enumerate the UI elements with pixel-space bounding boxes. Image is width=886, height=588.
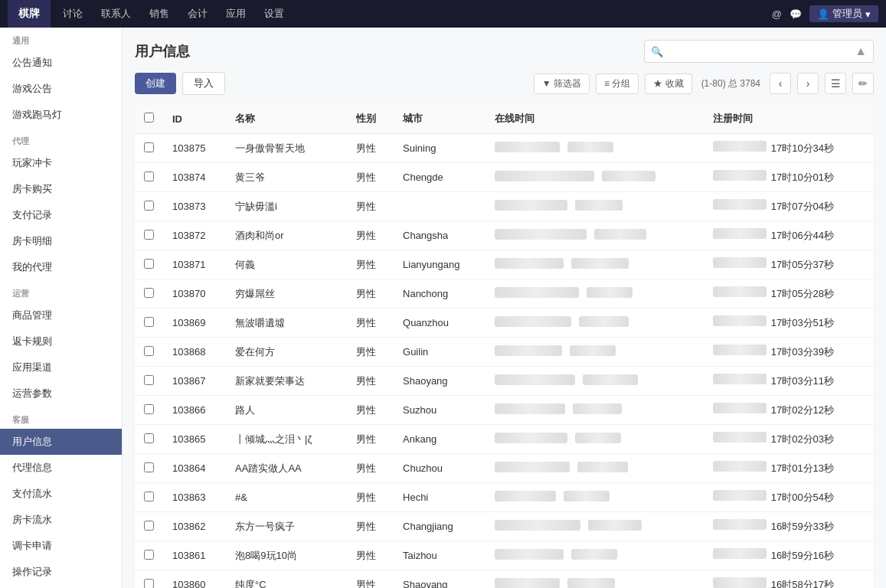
cell-id: 103862 [163,512,226,541]
col-city[interactable]: 城市 [394,104,486,134]
favorite-button[interactable]: ★ 收藏 [645,74,691,94]
row-checkbox[interactable] [144,550,154,560]
table-row[interactable]: 103873 宁缺毋滥i 男性 17时07分04秒 [135,192,874,221]
cell-name: 黄三爷 [226,163,347,192]
row-checkbox[interactable] [144,230,154,240]
cell-id: 103866 [163,396,226,425]
cell-city: Nanchong [394,279,486,309]
list-view-button[interactable]: ☰ [825,73,846,94]
sidebar-item-pay-flow[interactable]: 支付流水 [0,481,122,507]
toolbar-right: ▼ 筛选器 ≡ 分组 ★ 收藏 (1-80) 总 3784 ‹ › ☰ ✏ [534,73,874,94]
cell-gender: 男性 [347,570,394,589]
cell-online-time [486,396,704,425]
sidebar-item-notice[interactable]: 公告通知 [0,50,122,76]
table-row[interactable]: 103868 爱在何方 男性 Guilin 17时03分39秒 [135,338,874,367]
sidebar-item-agent-info[interactable]: 代理信息 [0,455,122,481]
table-row[interactable]: 103867 新家就要荣事达 男性 Shaoyang 17时03分11秒 [135,367,874,396]
col-id[interactable]: ID [163,104,226,134]
search-expand-icon[interactable]: ▲ [855,44,867,58]
row-checkbox[interactable] [144,259,154,269]
table-row[interactable]: 103861 泡8喝9玩10尚 男性 Taizhou 16时59分16秒 [135,541,874,570]
sidebar-item-adjust-card[interactable]: 调卡申请 [0,533,122,559]
cell-online-time [486,134,704,163]
nav-discuss[interactable]: 讨论 [54,0,92,28]
sidebar-item-payment-records[interactable]: 支付记录 [0,202,122,228]
sidebar-item-player-recharge[interactable]: 玩家冲卡 [0,150,122,176]
cell-id: 103861 [163,541,226,570]
data-table: ID 名称 性别 城市 在线时间 注册时间 103875 一身傲骨誓天地 男性 … [135,104,874,588]
table-row[interactable]: 103870 穷爆屌丝 男性 Nanchong 17时05分28秒 [135,279,874,309]
cell-city: Chengde [394,163,486,192]
pagination-info: (1-80) 总 3784 [698,77,763,90]
col-register-time[interactable]: 注册时间 [704,104,874,134]
row-checkbox[interactable] [144,317,154,327]
next-page-button[interactable]: › [797,73,819,94]
row-checkbox[interactable] [144,288,154,298]
cell-online-time [486,483,704,512]
table-row[interactable]: 103862 东方一号疯子 男性 Changjiang 16时59分33秒 [135,512,874,541]
search-input[interactable] [666,46,855,57]
nav-contacts[interactable]: 联系人 [92,0,140,28]
row-checkbox[interactable] [144,462,154,472]
sidebar-item-room-card-buy[interactable]: 房卡购买 [0,176,122,202]
main-layout: 通用 公告通知 游戏公告 游戏跑马灯 代理 玩家冲卡 房卡购买 支付记录 房卡明… [0,28,886,588]
row-checkbox[interactable] [144,579,154,589]
cell-name: 何義 [226,250,347,279]
col-name[interactable]: 名称 [226,104,347,134]
cell-register-time: 17时05分28秒 [704,279,874,309]
row-checkbox[interactable] [144,433,154,443]
prev-page-button[interactable]: ‹ [770,73,791,94]
nav-accounting[interactable]: 会计 [178,0,217,28]
cell-name: 东方一号疯子 [226,512,347,541]
col-online-time[interactable]: 在线时间 [486,104,704,134]
row-checkbox[interactable] [144,142,154,152]
at-icon[interactable]: @ [772,8,782,20]
col-gender[interactable]: 性别 [347,104,394,134]
cell-register-time: 17时06分44秒 [704,221,874,250]
cell-city: Guilin [394,338,486,367]
table-row[interactable]: 103864 AA踏实做人AA 男性 Chuzhou 17时01分13秒 [135,454,874,483]
row-checkbox-cell [135,454,163,483]
table-row[interactable]: 103875 一身傲骨誓天地 男性 Suining 17时10分34秒 [135,134,874,163]
table-row[interactable]: 103866 路人 男性 Suzhou 17时02分12秒 [135,396,874,425]
sidebar-item-my-agent[interactable]: 我的代理 [0,254,122,280]
table-row[interactable]: 103860 纯度°C 男性 Shaoyang 16时58分17秒 [135,570,874,589]
sidebar-item-refund-rules[interactable]: 返卡规则 [0,328,122,354]
cell-city: Shaoyang [394,570,486,589]
row-checkbox[interactable] [144,404,154,414]
table-row[interactable]: 103863 #& 男性 Hechi 17时00分54秒 [135,483,874,512]
table-row[interactable]: 103871 何義 男性 Lianyungang 17时05分37秒 [135,250,874,279]
select-all-checkbox[interactable] [144,113,154,122]
nav-sales[interactable]: 销售 [140,0,178,28]
sidebar-item-room-card-flow[interactable]: 房卡流水 [0,507,122,533]
row-checkbox[interactable] [144,492,154,501]
sidebar-item-marquee[interactable]: 游戏跑马灯 [0,102,122,128]
sidebar-item-operation-log[interactable]: 操作记录 [0,559,122,585]
sidebar-item-game-notice[interactable]: 游戏公告 [0,76,122,102]
admin-button[interactable]: 👤 管理员 ▾ [809,5,878,22]
sidebar-item-product-mgmt[interactable]: 商品管理 [0,302,122,328]
nav-settings[interactable]: 设置 [255,0,293,28]
table-row[interactable]: 103865 丨倾城灬之泪丶|ζ 男性 Ankang 17时02分03秒 [135,425,874,454]
group-button[interactable]: ≡ 分组 [596,74,639,94]
import-button[interactable]: 导入 [182,72,225,95]
filter-button[interactable]: ▼ 筛选器 [534,74,590,94]
message-icon[interactable]: 💬 [790,8,802,20]
row-checkbox-cell [135,483,163,512]
row-checkbox[interactable] [144,172,154,181]
table-row[interactable]: 103874 黄三爷 男性 Chengde 17时10分01秒 [135,163,874,192]
row-checkbox[interactable] [144,346,154,356]
sidebar-item-ops-params[interactable]: 运营参数 [0,381,122,407]
row-checkbox[interactable] [144,375,154,385]
create-button[interactable]: 创建 [135,73,176,94]
sidebar-item-app-channel[interactable]: 应用渠道 [0,354,122,381]
nav-apps[interactable]: 应用 [217,0,255,28]
table-row[interactable]: 103872 酒肉和尚or 男性 Changsha 17时06分44秒 [135,221,874,250]
cell-online-time [486,425,704,454]
sidebar-item-user-info[interactable]: 用户信息 [0,429,122,455]
table-row[interactable]: 103869 無波嚼遺墟 男性 Quanzhou 17时03分51秒 [135,309,874,338]
sidebar-item-room-card-detail[interactable]: 房卡明细 [0,228,122,254]
row-checkbox[interactable] [144,201,154,211]
row-checkbox[interactable] [144,521,154,531]
edit-view-button[interactable]: ✏ [852,73,874,94]
